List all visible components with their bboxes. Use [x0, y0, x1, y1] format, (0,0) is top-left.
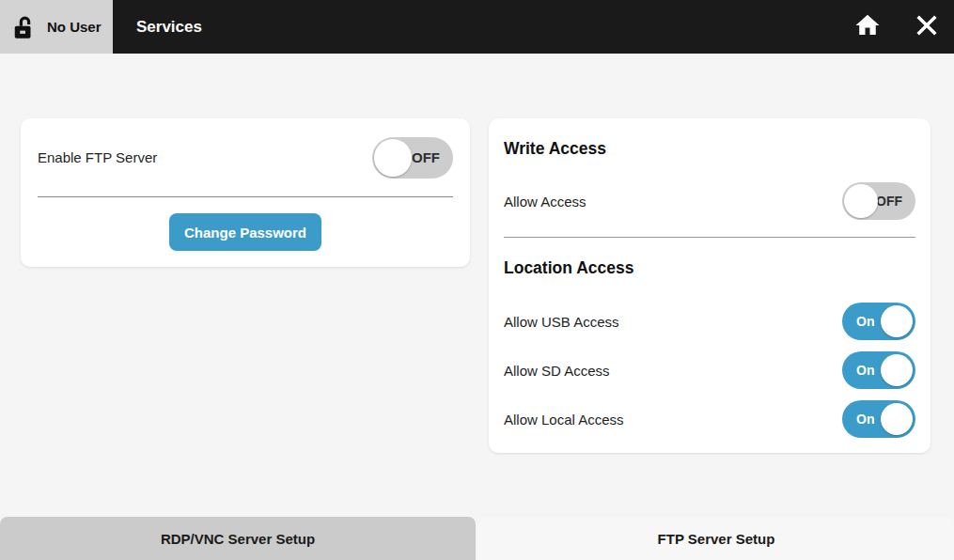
- allow-local-access-toggle[interactable]: On: [842, 400, 915, 438]
- toggle-knob: [881, 403, 913, 435]
- toggle-state-label: On: [842, 412, 874, 427]
- header-bar: No User Services: [0, 0, 954, 54]
- close-icon: [914, 12, 940, 42]
- tab-ftp-server-setup[interactable]: FTP Server Setup: [478, 517, 954, 560]
- allow-sd-access-label: Allow SD Access: [504, 363, 610, 379]
- enable-ftp-server-toggle[interactable]: OFF: [372, 137, 453, 179]
- allow-usb-access-row: Allow USB Access On: [504, 297, 915, 346]
- unlock-icon: [11, 12, 39, 42]
- page-title: Services: [136, 18, 853, 37]
- toggle-knob: [881, 354, 913, 386]
- toggle-knob: [881, 305, 913, 337]
- enable-ftp-server-label: Enable FTP Server: [38, 149, 157, 165]
- toggle-state-label: OFF: [876, 194, 915, 209]
- toggle-state-label: On: [842, 314, 874, 329]
- user-chip-label: No User: [47, 19, 102, 35]
- bottom-tabbar: RDP/VNC Server Setup FTP Server Setup: [0, 517, 954, 560]
- allow-access-toggle[interactable]: OFF: [842, 182, 915, 220]
- write-access-heading: Write Access: [504, 137, 915, 160]
- allow-usb-access-label: Allow USB Access: [504, 314, 619, 330]
- location-access-heading: Location Access: [504, 257, 915, 279]
- content-area: Enable FTP Server OFF Change Password Wr…: [0, 54, 954, 453]
- change-password-button[interactable]: Change Password: [169, 213, 321, 251]
- user-chip[interactable]: No User: [0, 0, 113, 54]
- allow-local-access-label: Allow Local Access: [504, 412, 624, 428]
- tab-rdp-vnc-server-setup[interactable]: RDP/VNC Server Setup: [0, 517, 476, 560]
- toggle-knob: [844, 184, 878, 218]
- toggle-state-label: On: [842, 363, 874, 378]
- allow-sd-access-toggle[interactable]: On: [842, 351, 915, 389]
- access-card: Write Access Allow Access OFF Location A…: [489, 118, 931, 453]
- ftp-server-card: Enable FTP Server OFF Change Password: [21, 118, 470, 267]
- allow-local-access-row: Allow Local Access On: [504, 395, 915, 443]
- close-button[interactable]: [913, 13, 941, 41]
- home-button[interactable]: [853, 13, 882, 41]
- allow-usb-access-toggle[interactable]: On: [842, 303, 915, 340]
- toggle-knob: [374, 139, 412, 177]
- home-icon: [853, 11, 882, 43]
- allow-sd-access-row: Allow SD Access On: [504, 346, 915, 395]
- access-card-divider: [504, 237, 915, 238]
- allow-access-label: Allow Access: [504, 194, 586, 210]
- toggle-state-label: OFF: [412, 149, 453, 165]
